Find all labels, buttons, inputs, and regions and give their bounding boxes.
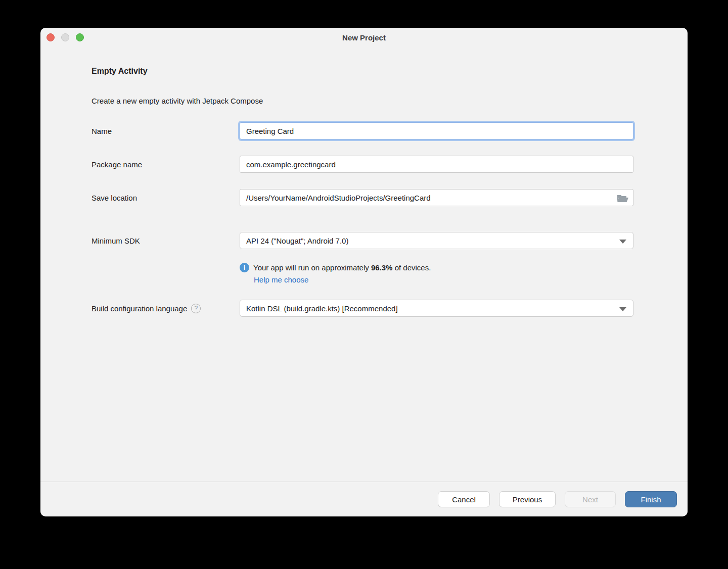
build-config-label: Build configuration language: [92, 304, 187, 313]
save-location-input[interactable]: [240, 189, 633, 206]
minimum-sdk-dropdown[interactable]: API 24 ("Nougat"; Android 7.0): [240, 232, 633, 249]
page-description: Create a new empty activity with Jetpack…: [92, 97, 263, 105]
package-name-field-wrapper: [240, 156, 633, 173]
save-location-field-wrapper: [240, 189, 633, 206]
package-name-input[interactable]: [240, 156, 633, 172]
build-config-dropdown[interactable]: Kotlin DSL (build.gradle.kts) [Recommend…: [240, 300, 633, 317]
finish-button[interactable]: Finish: [625, 491, 677, 507]
title-bar: New Project: [40, 28, 688, 47]
page-title: Empty Activity: [92, 67, 148, 76]
save-location-label: Save location: [92, 189, 137, 206]
browse-folder-button[interactable]: [617, 194, 629, 203]
question-icon[interactable]: ?: [191, 304, 201, 313]
sdk-coverage-text-suffix: of devices.: [392, 263, 431, 272]
sdk-coverage-note: i Your app will run on approximately 96.…: [240, 262, 431, 272]
package-name-label: Package name: [92, 156, 142, 173]
next-button: Next: [565, 491, 616, 507]
name-field-wrapper: [240, 122, 633, 139]
name-label: Name: [92, 122, 112, 139]
open-folder-icon: [617, 197, 629, 204]
minimum-sdk-selected-value: API 24 ("Nougat"; Android 7.0): [246, 236, 348, 245]
footer-divider: [40, 482, 688, 482]
new-project-dialog: New Project Empty Activity Create a new …: [40, 28, 688, 516]
sdk-coverage-text: Your app will run on approximately 96.3%…: [253, 263, 431, 272]
info-icon: i: [240, 263, 249, 272]
help-me-choose-link[interactable]: Help me choose: [254, 275, 308, 284]
minimum-sdk-label: Minimum SDK: [92, 232, 140, 249]
previous-button[interactable]: Previous: [499, 491, 556, 507]
chevron-down-icon: [619, 307, 626, 311]
sdk-coverage-percent: 96.3%: [371, 263, 393, 272]
sdk-coverage-text-prefix: Your app will run on approximately: [253, 263, 371, 272]
chevron-down-icon: [619, 240, 626, 244]
build-config-label-row: Build configuration language ?: [92, 300, 201, 317]
name-input[interactable]: [240, 123, 633, 139]
window-title: New Project: [40, 28, 688, 47]
build-config-selected-value: Kotlin DSL (build.gradle.kts) [Recommend…: [246, 304, 398, 313]
cancel-button[interactable]: Cancel: [438, 491, 490, 507]
